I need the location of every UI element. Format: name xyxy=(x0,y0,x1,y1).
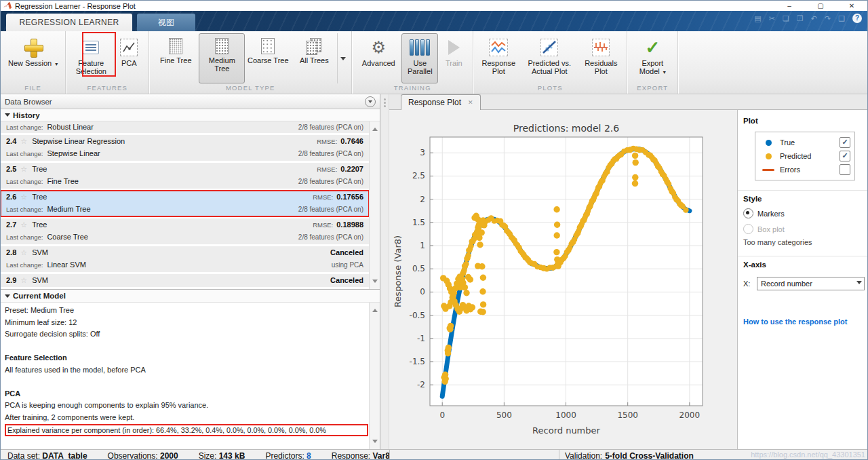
gallery-item-all-trees[interactable]: All Trees xyxy=(291,33,337,83)
history-row[interactable]: Last change: Robust Linear 2/8 features … xyxy=(1,121,369,133)
x-label: X: xyxy=(743,280,757,288)
star-icon[interactable]: ☆ xyxy=(20,276,27,285)
response-plot-button[interactable]: Response Plot xyxy=(477,33,520,83)
section-training: ⚙ Advanced Use Parallel Train TRAINING xyxy=(352,31,473,94)
tab-response-plot[interactable]: Response Plot ✕ xyxy=(401,94,481,110)
radio-markers[interactable]: Markers xyxy=(743,208,862,218)
new-session-button[interactable]: New Session ▾ xyxy=(4,33,62,83)
panel-menu-button[interactable] xyxy=(365,96,376,107)
legend-checkbox[interactable]: ✓ xyxy=(840,137,850,148)
panel-splitter[interactable] xyxy=(380,94,389,449)
response-plot-icon xyxy=(489,36,508,59)
help-link[interactable]: How to use the response plot xyxy=(743,318,862,326)
status-item: Response: Var8 xyxy=(332,451,390,460)
svg-text:2.5: 2.5 xyxy=(412,171,425,180)
section-label-training: TRAINING xyxy=(352,83,473,94)
svg-text:-2: -2 xyxy=(417,380,425,389)
residuals-plot-icon xyxy=(592,36,610,59)
advanced-button[interactable]: ⚙ Advanced xyxy=(355,33,401,83)
collapse-arrow-icon xyxy=(5,113,10,119)
svg-text:2: 2 xyxy=(420,195,425,204)
feature-selection-button[interactable]: Feature Selection xyxy=(69,33,113,83)
status-items: Data set: DATA_table Observations: 2000 … xyxy=(7,451,390,460)
gallery-item-coarse-tree[interactable]: Coarse Tree xyxy=(245,33,291,83)
undo-icon[interactable]: ↶ xyxy=(811,14,817,23)
xaxis-select[interactable]: Record number xyxy=(757,277,865,290)
history-list: Last change: Robust Linear 2/8 features … xyxy=(1,121,369,289)
star-icon[interactable]: ☆ xyxy=(20,165,27,174)
history-row[interactable]: 2.4 ☆ Stepwise Linear Regression RMSE:0.… xyxy=(1,135,369,161)
legend-box: True ✓ Predicted ✓ Errors xyxy=(755,132,855,180)
collapse-arrow-icon xyxy=(5,294,10,301)
cut-icon[interactable]: ✂ xyxy=(769,14,775,23)
history-row[interactable]: 2.5 ☆ Tree RMSE:0.2207 Last change: Fine… xyxy=(1,163,369,189)
current-model-line: Explained variance per component (in ord… xyxy=(5,424,368,436)
star-icon[interactable]: ☆ xyxy=(20,248,27,257)
model-name: Tree xyxy=(32,193,47,201)
svg-text:0: 0 xyxy=(439,410,445,420)
svg-text:Response (Var8): Response (Var8) xyxy=(393,235,403,307)
divider xyxy=(389,450,390,460)
current-model-line: Surrogate decision splits: Off xyxy=(5,328,365,341)
predicted-vs-actual-icon xyxy=(540,36,558,59)
legend-checkbox[interactable] xyxy=(840,164,850,175)
use-parallel-button[interactable]: Use Parallel xyxy=(401,33,438,83)
legend-checkbox[interactable]: ✓ xyxy=(840,151,850,161)
scroll-up-icon[interactable] xyxy=(372,125,378,131)
new-session-plus-icon xyxy=(24,36,42,59)
gallery-dropdown-button[interactable] xyxy=(337,33,348,83)
status-bar: Data set: DATA_table Observations: 2000 … xyxy=(1,449,867,460)
predicted-vs-actual-plot-button[interactable]: Predicted vs. Actual Plot xyxy=(520,33,578,83)
features-note: using PCA xyxy=(332,261,363,269)
radio-box-plot[interactable]: Box plot xyxy=(743,224,862,234)
star-icon[interactable]: ☆ xyxy=(20,221,27,229)
train-button[interactable]: Train xyxy=(438,33,469,83)
xaxis-select-value: Record number xyxy=(761,280,854,288)
star-icon[interactable]: ☆ xyxy=(20,137,27,146)
predictors-link[interactable]: 8 xyxy=(307,451,311,460)
pca-button[interactable]: PCA xyxy=(113,33,145,83)
history-expander[interactable]: History xyxy=(1,109,380,121)
scroll-down-icon[interactable] xyxy=(372,440,378,446)
status-item: Size: 143 kB xyxy=(199,451,245,460)
history-row[interactable]: 2.7 ☆ Tree RMSE:0.18988 Last change: Coa… xyxy=(1,218,369,244)
tab-view[interactable]: 视图 xyxy=(137,14,195,31)
scroll-down-icon[interactable] xyxy=(372,280,378,286)
gallery-item-fine-tree[interactable]: Fine Tree xyxy=(153,33,199,83)
divider xyxy=(738,256,867,256)
window-layout-icon[interactable]: ❑ xyxy=(838,14,845,23)
export-model-button[interactable]: ✓ Export Model ▾ xyxy=(631,33,674,83)
current-model-expander[interactable]: Current Model xyxy=(1,289,380,303)
maximize-button[interactable]: ▢ xyxy=(805,1,836,11)
svg-text:3: 3 xyxy=(420,148,425,157)
copy-icon[interactable]: ❏ xyxy=(783,14,789,23)
history-row[interactable]: 2.6 ☆ Tree RMSE:0.17656 Last change: Med… xyxy=(1,191,369,216)
model-name: SVM xyxy=(32,248,48,256)
validation-status: Validation: 5-fold Cross-Validation xyxy=(565,451,694,460)
metric-value: Canceled xyxy=(330,276,363,284)
scroll-up-icon[interactable] xyxy=(372,306,378,312)
current-model-line: After training, 2 components were kept. xyxy=(5,412,365,424)
current-model-line: PCA is keeping enough components to expl… xyxy=(5,400,365,412)
help-icon[interactable]: ? xyxy=(852,14,862,23)
medium-tree-icon xyxy=(215,36,229,56)
current-model-line xyxy=(5,376,365,388)
current-model-scrollbar[interactable] xyxy=(369,303,380,449)
star-icon[interactable]: ☆ xyxy=(20,193,27,202)
residuals-plot-button[interactable]: Residuals Plot xyxy=(578,33,623,83)
features-note: 2/8 features (PCA on) xyxy=(298,123,363,131)
history-row[interactable]: 2.8 ☆ SVM Canceled Last change: Linear S… xyxy=(1,246,369,272)
gallery-item-medium-tree[interactable]: Medium Tree xyxy=(199,33,245,83)
chevron-down-icon: ▾ xyxy=(55,60,58,69)
drag-handle-icon xyxy=(384,98,386,107)
tab-close-icon[interactable]: ✕ xyxy=(468,99,473,106)
section-label-file: FILE xyxy=(1,83,65,94)
history-scrollbar[interactable] xyxy=(369,121,380,289)
paste-icon[interactable]: ❐ xyxy=(797,14,804,23)
tab-regression-learner[interactable]: REGRESSION LEARNER xyxy=(6,14,132,31)
history-row[interactable]: 2.9 ☆ SVM Canceled xyxy=(1,274,369,287)
close-button[interactable]: ✕ xyxy=(836,1,867,11)
redo-icon[interactable]: ↷ xyxy=(825,14,831,23)
minimize-button[interactable]: – xyxy=(774,1,805,11)
save-icon[interactable]: ▤ xyxy=(754,14,761,23)
